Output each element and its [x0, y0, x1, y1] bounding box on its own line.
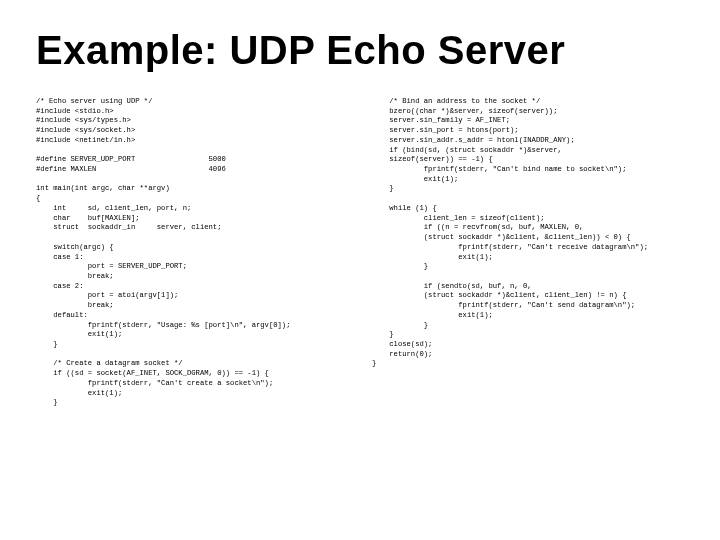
code-columns: /* Echo server using UDP */ #include <st…	[36, 97, 684, 408]
code-right: /* Bind an address to the socket */ bzer…	[372, 97, 684, 369]
slide-title: Example: UDP Echo Server	[36, 28, 684, 73]
slide: Example: UDP Echo Server /* Echo server …	[0, 0, 720, 540]
right-column: /* Bind an address to the socket */ bzer…	[372, 97, 684, 408]
left-column: /* Echo server using UDP */ #include <st…	[36, 97, 348, 408]
code-left: /* Echo server using UDP */ #include <st…	[36, 97, 348, 408]
